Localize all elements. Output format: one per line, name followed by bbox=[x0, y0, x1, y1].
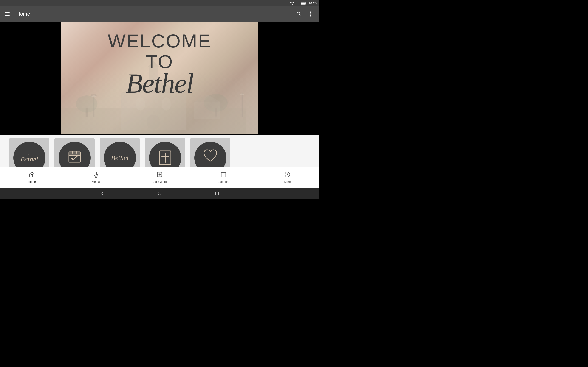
svg-point-12 bbox=[310, 15, 311, 17]
home-nav-icon bbox=[29, 172, 35, 179]
system-nav-bar bbox=[0, 188, 319, 199]
bottom-nav: Home Media Daily Word bbox=[0, 167, 319, 188]
svg-rect-33 bbox=[69, 152, 80, 156]
more-options-button[interactable] bbox=[305, 9, 316, 19]
nav-item-calendar[interactable]: Calendar bbox=[191, 167, 255, 188]
svg-point-31 bbox=[240, 93, 244, 95]
svg-rect-35 bbox=[72, 151, 73, 154]
svg-rect-18 bbox=[136, 98, 145, 110]
home-nav-label: Home bbox=[28, 180, 36, 184]
svg-line-9 bbox=[300, 15, 301, 16]
svg-rect-1 bbox=[296, 4, 296, 5]
time-display: 10:26 bbox=[309, 1, 317, 5]
nav-item-media[interactable]: Media bbox=[64, 167, 128, 188]
bethel-script-1: B Bethel bbox=[20, 152, 38, 163]
status-bar: 10:26 bbox=[0, 0, 319, 6]
svg-rect-19 bbox=[162, 98, 170, 110]
battery-icon bbox=[301, 2, 306, 5]
app-bar: Home bbox=[0, 6, 319, 22]
cross-bible-icon bbox=[158, 149, 172, 167]
app-title: Home bbox=[17, 11, 294, 17]
svg-rect-20 bbox=[147, 115, 160, 130]
sys-home-button[interactable] bbox=[156, 190, 163, 197]
more-nav-label: More bbox=[284, 180, 291, 184]
svg-rect-30 bbox=[242, 93, 243, 117]
nav-item-daily-word[interactable]: Daily Word bbox=[128, 167, 191, 188]
nav-item-more[interactable]: More bbox=[255, 167, 319, 188]
svg-point-10 bbox=[310, 12, 311, 13]
svg-rect-25 bbox=[86, 108, 88, 117]
svg-rect-2 bbox=[296, 3, 297, 5]
appbar-actions bbox=[294, 9, 316, 19]
welcome-text: WELCOME TO Bethel bbox=[108, 31, 212, 97]
wifi-icon bbox=[290, 2, 294, 5]
more-nav-icon bbox=[284, 172, 290, 179]
daily-word-nav-label: Daily Word bbox=[152, 180, 167, 184]
svg-point-0 bbox=[292, 4, 293, 5]
svg-rect-6 bbox=[305, 3, 306, 4]
welcome-line1: WELCOME bbox=[108, 31, 212, 51]
recents-button[interactable] bbox=[214, 190, 221, 197]
svg-rect-4 bbox=[299, 2, 299, 5]
search-button[interactable] bbox=[294, 9, 304, 19]
svg-rect-7 bbox=[301, 2, 304, 4]
svg-rect-28 bbox=[194, 102, 220, 119]
bethel-script-2: Bethel bbox=[111, 154, 129, 162]
calendar-nav-label: Calendar bbox=[217, 180, 230, 184]
svg-point-11 bbox=[310, 14, 311, 15]
church-name: Bethel bbox=[108, 70, 212, 97]
svg-rect-36 bbox=[76, 151, 78, 154]
signal-icon bbox=[296, 2, 299, 5]
nav-item-home[interactable]: Home bbox=[0, 167, 64, 188]
side-panel-right bbox=[258, 22, 319, 134]
daily-word-nav-icon bbox=[157, 172, 163, 179]
svg-rect-46 bbox=[221, 173, 226, 177]
schedule-icon bbox=[67, 149, 82, 166]
calendar-nav-icon bbox=[221, 172, 226, 179]
media-nav-icon bbox=[93, 172, 99, 179]
status-icons: 10:26 bbox=[290, 1, 317, 5]
back-button[interactable] bbox=[99, 190, 106, 197]
media-nav-label: Media bbox=[92, 180, 100, 184]
hero-banner: WELCOME TO Bethel bbox=[61, 22, 258, 134]
svg-rect-3 bbox=[298, 2, 298, 5]
side-panel-left bbox=[0, 22, 61, 134]
heart-icon bbox=[202, 148, 219, 168]
menu-button[interactable] bbox=[4, 10, 12, 18]
